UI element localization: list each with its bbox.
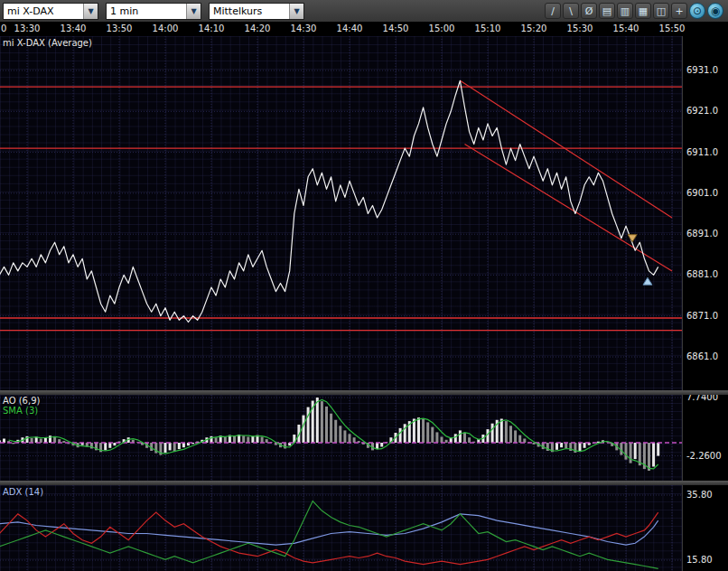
ao-bar: [459, 430, 462, 443]
trend-channel-line: [460, 80, 672, 218]
instrument-value: mi X-DAX: [4, 4, 83, 19]
ao-bar: [625, 443, 628, 460]
ao-bar: [514, 430, 517, 443]
ao-bar: [40, 439, 42, 444]
interval-select[interactable]: 1 min ▼: [106, 3, 201, 20]
ao-bar: [321, 401, 323, 443]
average-icon[interactable]: Ø: [581, 3, 597, 19]
ao-bar: [426, 422, 429, 443]
panel-layout-icon[interactable]: ◫: [653, 3, 669, 19]
time-axis-label: 15:20: [521, 23, 547, 33]
chart-legend: mi X-DAX (Average): [3, 38, 92, 48]
time-axis-label: 14:20: [245, 23, 271, 33]
time-axis-label: 13:30: [14, 23, 41, 33]
scale-label: 6861.0: [686, 351, 718, 361]
ao-bar: [404, 424, 406, 443]
grid-rows-icon[interactable]: ▥: [617, 3, 633, 19]
scale-label: -2.2600: [686, 451, 722, 461]
price-type-value: Mittelkurs: [210, 4, 289, 19]
ao-bar: [491, 424, 494, 443]
pencil-icon[interactable]: /: [545, 3, 561, 19]
instrument-select[interactable]: mi X-DAX ▼: [3, 3, 98, 20]
ao-bar: [657, 443, 659, 456]
ao-bar: [399, 428, 402, 443]
ao-bar: [44, 437, 47, 443]
target-icon[interactable]: ◉: [707, 3, 723, 19]
ao-bar: [224, 437, 227, 444]
scale-label: 6921.0: [686, 106, 718, 116]
ao-bar: [284, 443, 286, 449]
ao-bar: [325, 407, 328, 443]
price-scale[interactable]: 6931.06921.06911.06901.06891.06881.06871…: [682, 36, 728, 571]
adx-chart[interactable]: [0, 485, 682, 571]
ao-bar: [441, 437, 443, 444]
ao-bar: [113, 443, 116, 445]
price-type-select[interactable]: Mittelkurs ▼: [209, 3, 304, 20]
ao-bar: [523, 439, 526, 444]
adx-indicator-panel[interactable]: [0, 485, 682, 571]
time-axis-label: 13:50: [107, 23, 133, 33]
ao-bar: [330, 414, 332, 443]
time-axis-label: 15:40: [613, 23, 639, 33]
crosshair-icon[interactable]: +: [671, 3, 687, 19]
ao-bar: [242, 435, 245, 443]
ao-bar: [380, 443, 383, 447]
price-line: [0, 80, 658, 322]
ao-indicator-panel[interactable]: [0, 395, 682, 481]
panel-splitter[interactable]: [0, 390, 728, 395]
ao-bar: [652, 443, 655, 467]
ao-bar: [468, 437, 471, 443]
ao-bar: [182, 443, 185, 447]
scale-label: 6901.0: [686, 188, 718, 198]
time-axis-label: 13:40: [61, 23, 87, 33]
ao-legend: AO (6,9): [3, 396, 40, 406]
scale-label: 6931.0: [686, 65, 718, 75]
trendline-icon[interactable]: \: [563, 3, 579, 19]
ao-bar: [215, 437, 218, 443]
scale-label: 6881.0: [686, 269, 718, 279]
scale-label: 6891.0: [686, 229, 718, 239]
ao-bar: [316, 398, 319, 443]
ao-bar: [454, 434, 457, 443]
ao-chart[interactable]: [0, 395, 682, 481]
scale-label: 15.80: [686, 555, 713, 565]
adx-legend: ADX (14): [3, 487, 43, 497]
price-chart[interactable]: [0, 36, 682, 390]
ao-bar: [634, 443, 637, 459]
ao-bar: [555, 443, 558, 450]
grid-columns-icon[interactable]: ▤: [599, 3, 615, 19]
sma-line: [9, 400, 658, 469]
time-axis-label: 14:30: [291, 23, 317, 33]
toolbar-buttons: /\Ø▤▥▦◫+⊙◉: [545, 3, 725, 19]
time-axis[interactable]: 013:3013:4013:5014:0014:1014:2014:3014:4…: [0, 22, 728, 36]
grid-cells-icon[interactable]: ▦: [635, 3, 651, 19]
ao-bar: [31, 438, 33, 443]
ao-bar: [445, 440, 448, 443]
ao-bar: [108, 443, 111, 448]
ao-bar: [487, 429, 490, 443]
ao-bar: [334, 420, 337, 443]
time-axis-label: 14:00: [153, 23, 179, 33]
chevron-down-icon[interactable]: ▼: [289, 4, 303, 19]
panel-splitter[interactable]: [0, 481, 728, 485]
ao-bar: [233, 436, 236, 443]
ao-bar: [463, 433, 466, 443]
ao-bar: [169, 443, 172, 450]
ao-bar: [53, 437, 56, 444]
ao-bar: [247, 437, 249, 444]
ao-bar: [104, 443, 107, 450]
time-axis-label: 15:50: [659, 23, 686, 33]
down-arrow-marker-icon: [628, 235, 637, 242]
ao-bar: [62, 441, 65, 443]
ao-bar: [500, 419, 503, 444]
trading-chart-app: mi X-DAX ▼ 1 min ▼ Mittelkurs ▼ /\Ø▤▥▦◫+…: [0, 0, 728, 571]
chevron-down-icon[interactable]: ▼: [186, 4, 201, 19]
chevron-down-icon[interactable]: ▼: [83, 4, 98, 19]
ao-bar: [422, 419, 425, 444]
ao-bar: [164, 443, 167, 453]
clock-icon[interactable]: ⊙: [689, 3, 705, 19]
ao-bar: [376, 443, 378, 449]
time-axis-label: 14:10: [199, 23, 225, 33]
price-chart-panel[interactable]: [0, 36, 682, 390]
ao-bar: [3, 439, 5, 444]
